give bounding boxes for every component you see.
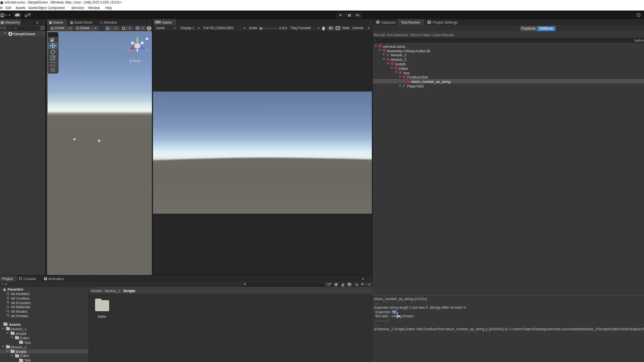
svg-text:i: i: [349, 283, 350, 286]
svg-text:z: z: [146, 49, 148, 51]
svg-text:x: x: [127, 49, 129, 51]
